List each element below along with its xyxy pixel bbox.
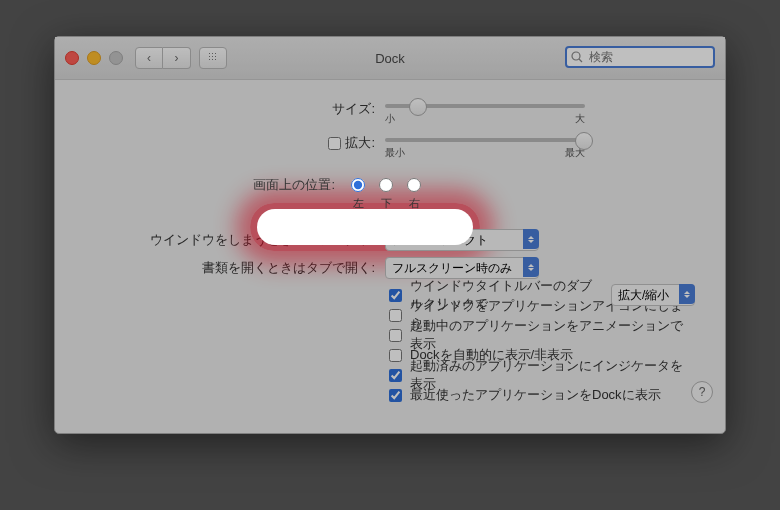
checkbox-0[interactable] <box>389 289 402 302</box>
checkbox-3[interactable] <box>389 349 402 362</box>
checkbox-2[interactable] <box>389 329 402 342</box>
window-controls <box>65 51 123 65</box>
open-tabs-label: 書類を開くときはタブで開く: <box>85 257 385 277</box>
position-radios: 左 下 右 <box>345 174 695 215</box>
size-label: サイズ: <box>85 98 385 118</box>
magnify-label: 拡大: <box>85 132 385 153</box>
magnify-row: 拡大: 最小最大 <box>85 132 695 160</box>
grid-icon <box>208 52 218 62</box>
help-button[interactable]: ? <box>691 381 713 403</box>
chevron-updown-icon <box>523 229 539 249</box>
preferences-window: ‹ › Dock サイズ: 小大 拡大: 最小最大 画面 <box>54 36 726 434</box>
chevron-updown-icon <box>523 257 539 277</box>
open-tabs-select[interactable] <box>385 257 539 279</box>
svg-line-1 <box>579 59 582 62</box>
titlebar: ‹ › Dock <box>55 37 725 80</box>
position-left[interactable]: 左 <box>351 178 365 211</box>
size-row: サイズ: 小大 <box>85 98 695 126</box>
magnify-checkbox[interactable] <box>328 137 341 150</box>
check-row-2: 起動中のアプリケーションをアニメーションで表示 <box>385 325 695 345</box>
search-wrap <box>565 46 715 68</box>
check-row-5: 最近使ったアプリケーションをDockに表示 <box>385 385 695 405</box>
content: サイズ: 小大 拡大: 最小最大 画面上の位置: 左 下 右 ウインドウをし <box>55 80 725 415</box>
magnify-slider[interactable]: 最小最大 <box>385 132 695 160</box>
checkbox-1[interactable] <box>389 309 402 322</box>
search-icon <box>571 51 583 63</box>
titlebar-action-select[interactable] <box>611 284 695 306</box>
close-icon[interactable] <box>65 51 79 65</box>
checkbox-5[interactable] <box>389 389 402 402</box>
checkbox-4[interactable] <box>389 369 402 382</box>
checkbox-list: ウインドウタイトルバーのダブルクリックでウインドウをアプリケーションアイコンにし… <box>385 285 695 405</box>
position-row: 画面上の位置: 左 下 右 <box>85 174 695 215</box>
check-row-4: 起動済みのアプリケーションにインジケータを表示 <box>385 365 695 385</box>
check-label-5: 最近使ったアプリケーションをDockに表示 <box>410 386 661 404</box>
show-all-button[interactable] <box>199 47 227 69</box>
svg-point-0 <box>572 52 580 60</box>
back-button[interactable]: ‹ <box>135 47 163 69</box>
search-input[interactable] <box>565 46 715 68</box>
size-slider[interactable]: 小大 <box>385 98 695 126</box>
position-bottom[interactable]: 下 <box>379 178 393 211</box>
open-tabs-row: 書類を開くときはタブで開く: <box>85 257 695 279</box>
position-right[interactable]: 右 <box>407 178 421 211</box>
forward-button[interactable]: › <box>163 47 191 69</box>
minimize-icon[interactable] <box>87 51 101 65</box>
chevron-updown-icon <box>679 284 695 304</box>
maximize-icon <box>109 51 123 65</box>
nav-buttons: ‹ › <box>135 47 227 69</box>
position-label: 画面上の位置: <box>85 174 345 194</box>
